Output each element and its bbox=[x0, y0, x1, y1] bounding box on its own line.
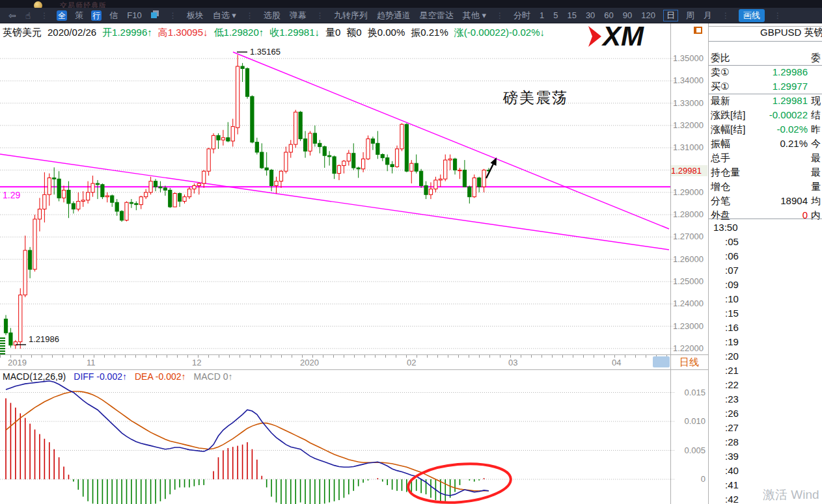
ohlc-segment: 换0.00% bbox=[368, 27, 405, 38]
tick-time-item: 13:50 bbox=[713, 222, 738, 233]
layout-layers-icon[interactable] bbox=[150, 10, 160, 21]
star-radar-button[interactable]: 星空雷达 bbox=[420, 10, 454, 21]
toolbar-separator: ⋮ bbox=[316, 11, 324, 20]
macd-axis-label: 0 bbox=[674, 474, 706, 484]
quote-row-1: 委比委 bbox=[709, 51, 822, 65]
period-5[interactable]: 5 bbox=[553, 10, 558, 20]
quote-row-next-column: 内 bbox=[811, 209, 821, 222]
period-intraday[interactable]: 分时 bbox=[514, 10, 530, 21]
macd-gridlines bbox=[0, 393, 676, 480]
period-15[interactable]: 15 bbox=[567, 10, 576, 20]
period-90[interactable]: 90 bbox=[623, 10, 632, 20]
macd-axis-label: 0.010 bbox=[674, 416, 706, 426]
xin-view-button[interactable]: 信 bbox=[109, 10, 118, 21]
hang-view-button[interactable]: 行 bbox=[91, 10, 102, 21]
macd-histogram bbox=[6, 398, 489, 504]
quote-row-next-column: 现 bbox=[811, 95, 821, 107]
f10-button[interactable]: F10 bbox=[127, 10, 141, 20]
quote-row-12: 外盘0内 bbox=[709, 208, 822, 222]
quote-row-label: 增仓 bbox=[711, 181, 730, 193]
scrollbar-thumb[interactable] bbox=[653, 356, 670, 367]
price-axis-label: 1.31000 bbox=[673, 142, 707, 152]
ohlc-segment: 2020/02/26 bbox=[48, 27, 96, 38]
partial-bar bbox=[0, 337, 5, 354]
ce-view-button[interactable]: 策 bbox=[75, 10, 83, 21]
quote-row-label: 分笔 bbox=[711, 195, 730, 207]
price-axis-label: 1.33000 bbox=[673, 98, 707, 108]
quote-row-value: -0.00022 bbox=[735, 109, 808, 120]
quote-row-label: 卖① bbox=[711, 66, 729, 79]
tick-time-item: :42 bbox=[725, 494, 739, 504]
xm-logo-text: XM bbox=[601, 23, 644, 49]
quote-row-label: 买① bbox=[711, 81, 729, 93]
quote-row-label: 外盘 bbox=[711, 209, 730, 222]
ohlc-segment: 高1.30095↓ bbox=[158, 27, 208, 38]
xaxis-bottom-border bbox=[0, 369, 708, 370]
macd-axis-label: 0.005 bbox=[674, 445, 706, 455]
level-price-label: 1.29 bbox=[3, 190, 20, 200]
quote-row-6: 涨幅[结]-0.02%昨 bbox=[709, 122, 822, 137]
tick-time-item: :05 bbox=[725, 236, 739, 247]
tick-time-item: :40 bbox=[725, 465, 739, 476]
back-icon[interactable]: ⇦ bbox=[8, 10, 16, 21]
quote-row-label: 持仓量 bbox=[711, 166, 740, 179]
toolbar-separator: ⋮ bbox=[496, 11, 504, 20]
red-ellipse-annotation bbox=[407, 460, 512, 504]
quote-row-value: 1.29981 bbox=[735, 95, 808, 106]
stock-picker-button[interactable]: 选股 bbox=[264, 10, 281, 21]
xm-logo: XM bbox=[587, 23, 670, 49]
macd-params-label: MACD(12,26,9) bbox=[3, 371, 66, 382]
period-daily-selected[interactable]: 日 bbox=[663, 10, 678, 21]
quote-row-9: 持仓量最 bbox=[709, 165, 822, 179]
period-1[interactable]: 1 bbox=[540, 10, 544, 20]
quote-panel-symbol: GBPUSD 英镑美元 bbox=[760, 27, 822, 39]
period-120[interactable]: 120 bbox=[641, 10, 655, 20]
quote-row-next-column: 委 bbox=[811, 52, 821, 64]
ohlc-segment: 英镑美元 bbox=[3, 27, 42, 38]
ohlc-segment: 涨(-0.00022)-0.02%↓ bbox=[454, 27, 545, 38]
tick-time-item: :28 bbox=[725, 436, 739, 447]
period-30[interactable]: 30 bbox=[586, 10, 595, 20]
price-axis-label: 1.23000 bbox=[673, 321, 707, 331]
trend-channel-button[interactable]: 趋势通道 bbox=[377, 10, 411, 21]
period-weekly[interactable]: 周 bbox=[686, 10, 694, 21]
peak-low-marks bbox=[16, 52, 247, 345]
other-dropdown[interactable]: 其他 ▾ bbox=[463, 10, 486, 21]
black-arrow-annotation bbox=[486, 157, 497, 178]
window-restore-icon[interactable] bbox=[694, 27, 702, 34]
quote-row-next-column: 昨 bbox=[811, 124, 821, 136]
price-axis-label: 1.25000 bbox=[673, 276, 707, 286]
nine-turn-button[interactable]: 九转序列 bbox=[334, 10, 368, 21]
tick-time-item: :26 bbox=[725, 408, 739, 419]
draw-line-button[interactable]: 画线 bbox=[739, 9, 765, 22]
quote-row-label: 振幅 bbox=[711, 138, 730, 150]
macd-dea-line bbox=[6, 391, 489, 491]
panel-left-border bbox=[708, 23, 709, 504]
panel-top-border bbox=[709, 26, 822, 27]
quote-row-4: 最新1.29981现 bbox=[709, 94, 822, 108]
quote-row-label: 总手 bbox=[711, 152, 730, 165]
watchlist-dropdown[interactable]: 自选 ▾ bbox=[213, 10, 236, 21]
period-60[interactable]: 60 bbox=[604, 10, 613, 20]
quote-panel: GBPUSD 英镑美元 委比委卖①1.29986买①1.29977最新1.299… bbox=[709, 23, 822, 504]
tick-time-item: :20 bbox=[725, 351, 739, 362]
main-toolbar: ⇦☝⋮全策行信F10⋮板块自选 ▾⋮选股弹幕⋮九转序列趋势通道星空雷达其他 ▾⋮… bbox=[0, 8, 822, 23]
tick-time-item: :22 bbox=[725, 379, 739, 390]
period-monthly[interactable]: 月 bbox=[704, 10, 712, 21]
tick-time-item: :10 bbox=[725, 293, 739, 304]
quote-row-3: 买①1.29977 bbox=[709, 79, 822, 94]
sector-button[interactable]: 板块 bbox=[187, 10, 204, 21]
danmu-button[interactable]: 弹幕 bbox=[290, 10, 307, 21]
ohlc-segment: 低1.29820↑ bbox=[214, 27, 264, 38]
price-axis-label: 1.29000 bbox=[673, 187, 707, 197]
trendlines bbox=[0, 52, 669, 250]
chart-ohlc-header: 英镑美元2020/02/26开1.29996↑高1.30095↓低1.29820… bbox=[3, 27, 666, 38]
tick-time-item: :09 bbox=[725, 279, 739, 290]
quan-view-button[interactable]: 全 bbox=[57, 10, 67, 21]
macd-bar-value: MACD 0↑ bbox=[194, 371, 233, 382]
macd-diff-line bbox=[6, 381, 489, 496]
axis-left-border bbox=[670, 23, 671, 504]
toolbar-separator: ⋮ bbox=[40, 11, 48, 20]
toolbar-separator: ⋮ bbox=[246, 11, 254, 20]
hand-cursor-icon[interactable]: ☝ bbox=[25, 10, 31, 21]
